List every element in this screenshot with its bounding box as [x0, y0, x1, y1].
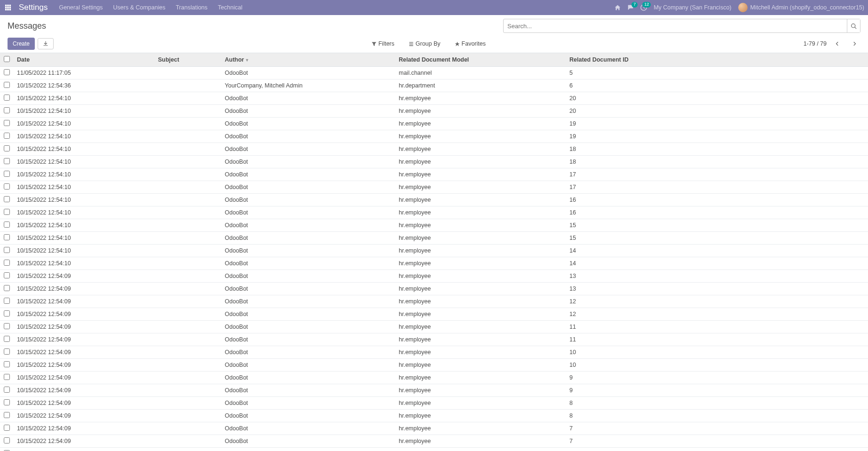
row-checkbox[interactable]: [4, 247, 10, 253]
table-row[interactable]: 10/15/2022 12:54:09OdooBothr.employee9: [0, 372, 868, 384]
app-brand[interactable]: Settings: [19, 3, 47, 12]
cell-date: 10/15/2022 12:54:10: [13, 257, 154, 270]
table-row[interactable]: 10/15/2022 12:54:10OdooBothr.employee20: [0, 92, 868, 105]
search-input[interactable]: [503, 19, 860, 33]
table-row[interactable]: 10/15/2022 12:54:10OdooBothr.employee16: [0, 206, 868, 219]
table-row[interactable]: 10/15/2022 12:54:09OdooBothr.employee8: [0, 410, 868, 422]
row-checkbox[interactable]: [4, 69, 10, 75]
row-checkbox[interactable]: [4, 285, 10, 291]
table-row[interactable]: 11/05/2022 11:17:05OdooBotmail.channel5: [0, 67, 868, 79]
row-checkbox[interactable]: [4, 387, 10, 393]
cell-model: hr.employee: [395, 321, 566, 333]
pager-next[interactable]: [848, 38, 860, 49]
table-row[interactable]: 10/15/2022 12:54:09OdooBothr.employee7: [0, 422, 868, 435]
table-row[interactable]: 10/15/2022 12:54:09OdooBothr.employee12: [0, 295, 868, 308]
row-checkbox[interactable]: [4, 260, 10, 266]
pager-text[interactable]: 1-79 / 79: [804, 40, 827, 47]
row-checkbox[interactable]: [4, 183, 10, 190]
row-checkbox[interactable]: [4, 437, 10, 443]
filters-button[interactable]: Filters: [369, 39, 397, 49]
cell-model: hr.employee: [395, 219, 566, 232]
row-checkbox[interactable]: [4, 209, 10, 215]
table-row[interactable]: 10/15/2022 12:54:10OdooBothr.employee16: [0, 194, 868, 206]
row-checkbox[interactable]: [4, 158, 10, 164]
table-row[interactable]: 10/15/2022 12:54:09OdooBothr.employee6: [0, 448, 868, 451]
table-row[interactable]: 10/15/2022 12:54:10OdooBothr.employee19: [0, 118, 868, 130]
cell-doc-id: 14: [566, 245, 868, 257]
nav-item-technical[interactable]: Technical: [218, 4, 242, 11]
row-checkbox[interactable]: [4, 171, 10, 177]
row-checkbox-cell: [0, 448, 13, 451]
row-checkbox[interactable]: [4, 348, 10, 355]
row-checkbox[interactable]: [4, 310, 10, 316]
header-author[interactable]: Author▼: [221, 53, 395, 67]
row-checkbox[interactable]: [4, 196, 10, 202]
table-row[interactable]: 10/15/2022 12:54:10OdooBothr.employee14: [0, 245, 868, 257]
table-row[interactable]: 10/15/2022 12:54:09OdooBothr.employee12: [0, 308, 868, 321]
groupby-button[interactable]: Group By: [406, 39, 443, 49]
table-row[interactable]: 10/15/2022 12:54:10OdooBothr.employee14: [0, 257, 868, 270]
row-checkbox[interactable]: [4, 361, 10, 367]
table-row[interactable]: 10/15/2022 12:54:09OdooBothr.employee13: [0, 283, 868, 295]
row-checkbox[interactable]: [4, 95, 10, 101]
favorites-button[interactable]: Favorites: [452, 39, 489, 49]
search-button[interactable]: [847, 19, 860, 32]
row-checkbox[interactable]: [4, 234, 10, 240]
table-row[interactable]: 10/15/2022 12:54:09OdooBothr.employee10: [0, 346, 868, 359]
table-row[interactable]: 10/15/2022 12:54:09OdooBothr.employee11: [0, 333, 868, 346]
pager-prev[interactable]: [831, 38, 844, 49]
nav-item-general-settings[interactable]: General Settings: [59, 4, 103, 11]
row-checkbox-cell: [0, 79, 13, 92]
home-icon[interactable]: [615, 5, 621, 11]
header-doc-id[interactable]: Related Document ID: [566, 53, 868, 67]
row-checkbox[interactable]: [4, 336, 10, 342]
row-checkbox[interactable]: [4, 133, 10, 139]
row-checkbox-cell: [0, 308, 13, 321]
row-checkbox[interactable]: [4, 272, 10, 278]
row-checkbox[interactable]: [4, 425, 10, 431]
nav-item-users-companies[interactable]: Users & Companies: [113, 4, 166, 11]
table-row[interactable]: 10/15/2022 12:54:10OdooBothr.employee17: [0, 168, 868, 181]
table-row[interactable]: 10/15/2022 12:54:10OdooBothr.employee18: [0, 156, 868, 168]
header-subject[interactable]: Subject: [154, 53, 221, 67]
nav-right: 7 12 My Company (San Francisco) Mitchell…: [615, 3, 864, 12]
row-checkbox[interactable]: [4, 374, 10, 380]
table-row[interactable]: 10/15/2022 12:54:10OdooBothr.employee17: [0, 181, 868, 194]
cell-model: hr.employee: [395, 130, 566, 143]
company-switcher[interactable]: My Company (San Francisco): [654, 4, 731, 11]
table-row[interactable]: 10/15/2022 12:54:10OdooBothr.employee18: [0, 143, 868, 156]
header-model[interactable]: Related Document Model: [395, 53, 566, 67]
row-checkbox[interactable]: [4, 298, 10, 304]
table-row[interactable]: 10/15/2022 12:54:09OdooBothr.employee8: [0, 397, 868, 410]
apps-icon[interactable]: [4, 3, 12, 12]
messages-badge: 7: [631, 2, 638, 8]
row-checkbox[interactable]: [4, 412, 10, 418]
cell-author: OdooBot: [221, 397, 395, 410]
user-menu[interactable]: Mitchell Admin (shopify_odoo_connector15…: [738, 3, 865, 12]
cell-subject: [154, 245, 221, 257]
table-row[interactable]: 10/15/2022 12:54:09OdooBothr.employee10: [0, 359, 868, 372]
export-button[interactable]: [38, 38, 54, 49]
create-button[interactable]: Create: [8, 38, 35, 50]
table-row[interactable]: 10/15/2022 12:54:09OdooBothr.employee11: [0, 321, 868, 333]
row-checkbox[interactable]: [4, 82, 10, 88]
table-row[interactable]: 10/15/2022 12:54:10OdooBothr.employee20: [0, 105, 868, 118]
row-checkbox[interactable]: [4, 120, 10, 126]
table-row[interactable]: 10/15/2022 12:54:09OdooBothr.employee7: [0, 435, 868, 448]
row-checkbox[interactable]: [4, 107, 10, 113]
row-checkbox[interactable]: [4, 145, 10, 151]
table-row[interactable]: 10/15/2022 12:54:10OdooBothr.employee15: [0, 232, 868, 245]
row-checkbox[interactable]: [4, 323, 10, 329]
table-row[interactable]: 10/15/2022 12:54:09OdooBothr.employee9: [0, 384, 868, 397]
table-row[interactable]: 10/15/2022 12:54:09OdooBothr.employee13: [0, 270, 868, 283]
table-row[interactable]: 10/15/2022 12:54:10OdooBothr.employee19: [0, 130, 868, 143]
nav-item-translations[interactable]: Translations: [176, 4, 208, 11]
select-all-checkbox[interactable]: [4, 56, 10, 62]
table-row[interactable]: 10/15/2022 12:54:10OdooBothr.employee15: [0, 219, 868, 232]
table-row[interactable]: 10/15/2022 12:54:36YourCompany, Mitchell…: [0, 79, 868, 92]
messages-icon[interactable]: 7: [627, 4, 634, 11]
activities-icon[interactable]: 12: [640, 4, 647, 11]
row-checkbox[interactable]: [4, 399, 10, 405]
header-date[interactable]: Date: [13, 53, 154, 67]
row-checkbox[interactable]: [4, 222, 10, 228]
